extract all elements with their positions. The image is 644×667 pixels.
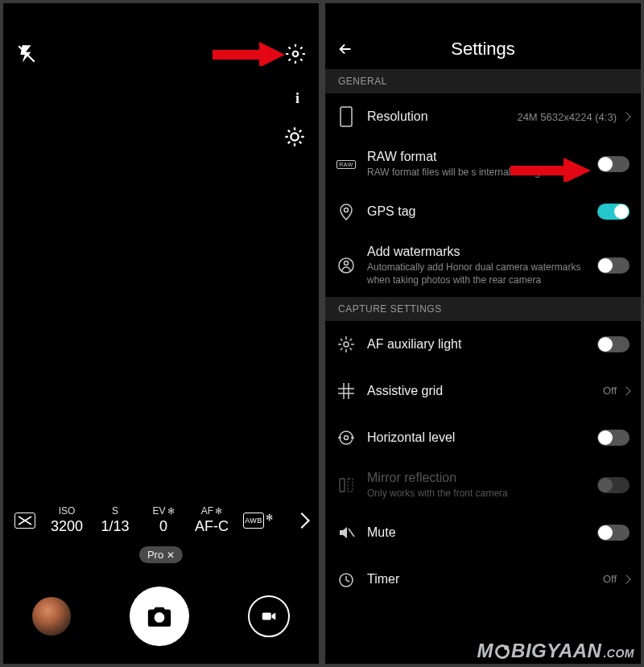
iso-control[interactable]: ISO 3200	[50, 505, 84, 535]
mute-icon	[336, 525, 356, 541]
toggle-raw[interactable]	[597, 156, 630, 172]
chevron-right-icon	[621, 574, 630, 583]
shutter-button[interactable]	[130, 587, 189, 646]
section-header-capture: CAPTURE SETTINGS	[325, 297, 641, 321]
row-title: Mirror reflection	[367, 471, 586, 485]
svg-point-19	[345, 208, 349, 212]
af-control[interactable]: AF✻ AF-C	[195, 505, 229, 535]
svg-line-44	[346, 580, 349, 582]
site-watermark: MBIGYAAN.COM	[477, 640, 634, 662]
info-icon[interactable]: i	[295, 90, 299, 107]
row-title: RAW format	[367, 150, 586, 164]
chevron-right-icon	[621, 386, 630, 395]
toggle-gps[interactable]	[597, 204, 630, 220]
shutter-value: 1/13	[101, 518, 129, 535]
row-subtitle: Only works with the front camera	[367, 487, 586, 500]
back-button[interactable]	[336, 40, 354, 58]
flash-off-icon[interactable]	[16, 43, 37, 64]
grid-icon	[336, 383, 356, 399]
row-value: 24M 5632x4224 (4:3)	[517, 111, 617, 123]
iso-value: 3200	[51, 518, 83, 535]
chevron-right-icon	[621, 112, 630, 121]
camera-screen: i ISO 3200 S 1/13 EV✻ 0	[3, 3, 319, 664]
close-icon: ✕	[167, 550, 175, 561]
row-timer[interactable]: Timer Off	[325, 556, 641, 603]
svg-marker-12	[259, 42, 285, 66]
location-icon	[336, 203, 356, 220]
shutter-label: S	[112, 505, 118, 517]
row-mirror-reflection: Mirror reflection Only works with the fr…	[325, 461, 641, 509]
row-title: Resolution	[367, 109, 506, 124]
row-mute[interactable]: Mute	[325, 509, 641, 556]
row-subtitle: Automatically add Honor dual camera wate…	[367, 261, 586, 286]
awb-control[interactable]: AWB✻	[243, 513, 277, 529]
video-icon	[260, 607, 278, 625]
row-value: Off	[603, 573, 617, 585]
svg-line-8	[299, 142, 301, 143]
svg-point-36	[345, 435, 349, 439]
svg-point-22	[344, 342, 349, 347]
row-watermarks[interactable]: Add watermarks Automatically add Honor d…	[325, 235, 641, 296]
row-title: AF auxiliary light	[367, 337, 586, 352]
toggle-af-light[interactable]	[597, 336, 630, 352]
af-label: AF✻	[201, 505, 222, 517]
row-resolution[interactable]: Resolution 24M 5632x4224 (4:3)	[325, 93, 641, 140]
row-raw-format[interactable]: RAW RAW format RAW format files will be …	[325, 140, 641, 188]
mode-chip-label: Pro	[147, 549, 163, 561]
toggle-level[interactable]	[597, 430, 630, 446]
svg-point-2	[291, 133, 298, 140]
pro-more-chevron-icon[interactable]	[294, 513, 310, 529]
watermark-o-icon	[495, 644, 510, 659]
row-title: Assistive grid	[367, 384, 592, 398]
camera-bottom-bar	[3, 587, 319, 646]
row-subtitle: RAW format files will be s internal stor…	[367, 166, 586, 179]
svg-marker-17	[271, 612, 275, 620]
settings-header: Settings	[325, 29, 641, 69]
row-af-light[interactable]: AF auxiliary light	[325, 321, 641, 368]
svg-point-35	[340, 431, 353, 444]
svg-line-30	[350, 339, 353, 341]
svg-rect-40	[348, 479, 353, 492]
svg-line-28	[350, 348, 353, 350]
svg-line-7	[288, 130, 290, 132]
row-title: Add watermarks	[367, 245, 586, 259]
toggle-watermark[interactable]	[597, 257, 630, 274]
settings-gear-icon[interactable]	[285, 43, 306, 64]
svg-line-29	[341, 348, 343, 350]
brightness-icon[interactable]	[283, 126, 306, 148]
svg-point-21	[345, 261, 349, 266]
annotation-arrow-icon	[213, 42, 285, 66]
toggle-mute[interactable]	[597, 525, 630, 541]
svg-rect-16	[262, 612, 270, 620]
af-light-icon	[336, 336, 356, 353]
mode-chip[interactable]: Pro ✕	[139, 546, 183, 563]
row-assistive-grid[interactable]: Assistive grid Off	[325, 368, 641, 414]
svg-rect-39	[340, 479, 345, 492]
row-gps-tag[interactable]: GPS tag	[325, 188, 641, 235]
ev-value: 0	[159, 518, 167, 535]
gallery-thumbnail[interactable]	[32, 597, 71, 636]
row-title: Timer	[367, 572, 592, 587]
page-title: Settings	[325, 39, 641, 60]
settings-screen: Settings GENERAL Resolution 24M 5632x422…	[325, 3, 641, 664]
raw-icon: RAW	[336, 160, 356, 169]
row-horizontal-level[interactable]: Horizontal level	[325, 414, 641, 461]
toggle-mirror	[597, 477, 630, 493]
row-title: GPS tag	[367, 204, 586, 219]
svg-line-41	[349, 529, 354, 537]
camera-icon	[146, 603, 173, 630]
svg-line-27	[341, 339, 343, 341]
svg-line-9	[288, 142, 290, 143]
awb-icon: AWB	[243, 513, 264, 529]
svg-point-1	[293, 51, 299, 57]
shutter-control[interactable]: S 1/13	[98, 505, 132, 535]
video-mode-button[interactable]	[248, 595, 290, 637]
level-icon	[336, 429, 356, 447]
svg-rect-11	[213, 50, 261, 60]
row-title: Mute	[367, 525, 586, 540]
settings-list[interactable]: GENERAL Resolution 24M 5632x4224 (4:3) R…	[325, 69, 641, 664]
row-title: Horizontal level	[367, 430, 586, 445]
ev-control[interactable]: EV✻ 0	[147, 505, 180, 535]
watermark-icon	[336, 257, 356, 274]
metering-icon[interactable]	[14, 513, 35, 529]
